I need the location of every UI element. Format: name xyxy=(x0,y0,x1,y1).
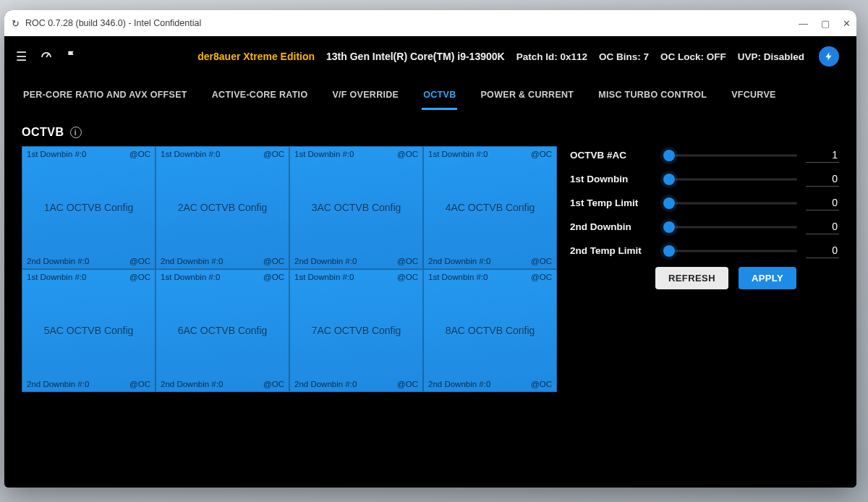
window-titlebar: ↻ ROC 0.7.28 (build 346.0) - Intel Confi… xyxy=(4,10,856,36)
window-maximize-button[interactable]: ▢ xyxy=(821,18,830,29)
slider-value[interactable]: 0 xyxy=(806,243,839,258)
slider-track[interactable] xyxy=(664,149,797,162)
info-icon[interactable]: i xyxy=(70,127,82,138)
config-cell-5ac[interactable]: 1st Downbin #:0@OC 5AC OCTVB Config 2nd … xyxy=(22,269,156,392)
tab-active-core-ratio[interactable]: ACTIVE-CORE RATIO xyxy=(210,84,310,110)
oc-bins: OC Bins: 7 xyxy=(599,51,649,62)
cell-bot-left: 2nd Downbin #:0 xyxy=(294,257,357,265)
cell-title: 7AC OCTVB Config xyxy=(312,325,401,336)
tab-power-current[interactable]: POWER & CURRENT xyxy=(479,84,575,110)
cell-bot-right: @OC xyxy=(531,380,552,388)
slider-thumb[interactable] xyxy=(663,221,675,233)
cell-top-right: @OC xyxy=(397,150,418,158)
content-area: OCTVB i 1st Downbin #:0@OC 1AC OCTVB Con… xyxy=(4,110,856,488)
config-cell-1ac[interactable]: 1st Downbin #:0@OC 1AC OCTVB Config 2nd … xyxy=(22,146,156,269)
cell-bot-left: 2nd Downbin #:0 xyxy=(27,380,89,388)
bolt-icon[interactable] xyxy=(819,46,839,67)
apply-button[interactable]: APPLY xyxy=(739,267,796,289)
cell-top-right: @OC xyxy=(129,150,150,158)
oc-lock: OC Lock: OFF xyxy=(660,51,726,62)
cell-title: 6AC OCTVB Config xyxy=(178,325,268,336)
cell-top-left: 1st Downbin #:0 xyxy=(27,150,86,158)
config-cell-7ac[interactable]: 1st Downbin #:0@OC 7AC OCTVB Config 2nd … xyxy=(289,269,423,392)
cell-bot-right: @OC xyxy=(531,257,552,265)
config-cell-6ac[interactable]: 1st Downbin #:0@OC 6AC OCTVB Config 2nd … xyxy=(156,269,289,392)
cell-top-left: 1st Downbin #:0 xyxy=(27,273,86,281)
cell-top-right: @OC xyxy=(263,150,284,158)
section-title-row: OCTVB i xyxy=(22,126,839,139)
slider-thumb[interactable] xyxy=(663,245,675,257)
slider-label: 2nd Temp Limit xyxy=(570,245,655,256)
cell-title: 4AC OCTVB Config xyxy=(446,202,535,213)
slider-octvb-ac: OCTVB #AC 1 xyxy=(570,148,839,163)
slider-label: 1st Temp Limit xyxy=(570,197,655,208)
slider-value[interactable]: 0 xyxy=(806,195,839,210)
cell-top-left: 1st Downbin #:0 xyxy=(428,150,488,158)
config-cell-8ac[interactable]: 1st Downbin #:0@OC 8AC OCTVB Config 2nd … xyxy=(423,269,557,392)
tab-vf-override[interactable]: V/F OVERRIDE xyxy=(331,84,400,110)
tab-vfcurve[interactable]: VFCURVE xyxy=(730,84,778,110)
app-refresh-icon: ↻ xyxy=(12,18,20,29)
refresh-button[interactable]: REFRESH xyxy=(655,267,728,289)
tab-octvb[interactable]: OCTVB xyxy=(422,84,457,110)
app-window: ↻ ROC 0.7.28 (build 346.0) - Intel Confi… xyxy=(4,10,856,488)
cell-bot-right: @OC xyxy=(129,257,150,265)
slider-value[interactable]: 0 xyxy=(806,171,839,187)
slider-label: 2nd Downbin xyxy=(570,221,655,232)
cell-top-left: 1st Downbin #:0 xyxy=(294,273,354,281)
slider-track[interactable] xyxy=(664,173,797,186)
cell-title: 3AC OCTVB Config xyxy=(312,202,401,213)
cell-title: 2AC OCTVB Config xyxy=(178,202,268,213)
cpu-name: 13th Gen Intel(R) Core(TM) i9-13900K xyxy=(326,51,505,62)
cell-bot-left: 2nd Downbin #:0 xyxy=(294,380,357,388)
cell-bot-right: @OC xyxy=(263,380,284,388)
cell-title: 1AC OCTVB Config xyxy=(44,202,134,213)
slider-value[interactable]: 0 xyxy=(806,219,839,234)
patch-id: Patch Id: 0x112 xyxy=(516,51,587,62)
tab-bar: PER-CORE RATIO AND AVX OFFSET ACTIVE-COR… xyxy=(4,77,856,110)
cell-bot-right: @OC xyxy=(397,257,418,265)
cell-top-right: @OC xyxy=(531,150,552,158)
tab-misc-turbo[interactable]: MISC TURBO CONTROL xyxy=(597,84,708,110)
app-header: ☰ der8auer Xtreme Edition 13th Gen Intel… xyxy=(4,36,856,77)
cell-top-right: @OC xyxy=(531,273,552,281)
window-title: ROC 0.7.28 (build 346.0) - Intel Confide… xyxy=(25,18,201,28)
gauge-icon[interactable] xyxy=(40,48,53,65)
window-close-button[interactable]: ✕ xyxy=(843,18,851,29)
section-title: OCTVB xyxy=(22,126,64,139)
tab-per-core-ratio[interactable]: PER-CORE RATIO AND AVX OFFSET xyxy=(22,84,189,110)
cell-bot-left: 2nd Downbin #:0 xyxy=(428,257,490,265)
svg-line-0 xyxy=(46,53,49,56)
cell-bot-right: @OC xyxy=(397,380,418,388)
octvb-config-grid: 1st Downbin #:0@OC 1AC OCTVB Config 2nd … xyxy=(22,146,557,392)
cell-bot-left: 2nd Downbin #:0 xyxy=(161,257,223,265)
slider-thumb[interactable] xyxy=(663,197,675,209)
slider-label: OCTVB #AC xyxy=(570,150,655,161)
flag-icon[interactable] xyxy=(66,49,77,64)
cell-top-right: @OC xyxy=(129,273,150,281)
slider-2nd-downbin: 2nd Downbin 0 xyxy=(570,219,839,234)
slider-2nd-temp-limit: 2nd Temp Limit 0 xyxy=(570,243,839,258)
slider-thumb[interactable] xyxy=(663,174,675,185)
menu-icon[interactable]: ☰ xyxy=(16,49,27,64)
slider-track[interactable] xyxy=(664,244,797,258)
cell-title: 5AC OCTVB Config xyxy=(44,325,134,336)
slider-1st-downbin: 1st Downbin 0 xyxy=(570,171,839,187)
cell-top-left: 1st Downbin #:0 xyxy=(161,150,220,158)
config-cell-3ac[interactable]: 1st Downbin #:0@OC 3AC OCTVB Config 2nd … xyxy=(289,146,423,269)
cell-top-right: @OC xyxy=(263,273,284,281)
slider-value[interactable]: 1 xyxy=(806,148,839,163)
slider-track[interactable] xyxy=(664,197,797,210)
cell-bot-left: 2nd Downbin #:0 xyxy=(428,380,490,388)
window-minimize-button[interactable]: — xyxy=(799,18,808,29)
slider-thumb[interactable] xyxy=(663,150,675,161)
slider-label: 1st Downbin xyxy=(570,174,655,184)
config-cell-2ac[interactable]: 1st Downbin #:0@OC 2AC OCTVB Config 2nd … xyxy=(156,146,289,269)
config-cell-4ac[interactable]: 1st Downbin #:0@OC 4AC OCTVB Config 2nd … xyxy=(423,146,557,269)
cell-top-right: @OC xyxy=(397,273,418,281)
slider-track[interactable] xyxy=(664,221,797,234)
cell-top-left: 1st Downbin #:0 xyxy=(428,273,488,281)
cell-bot-left: 2nd Downbin #:0 xyxy=(161,380,223,388)
cell-top-left: 1st Downbin #:0 xyxy=(294,150,354,158)
slider-1st-temp-limit: 1st Temp Limit 0 xyxy=(570,195,839,210)
